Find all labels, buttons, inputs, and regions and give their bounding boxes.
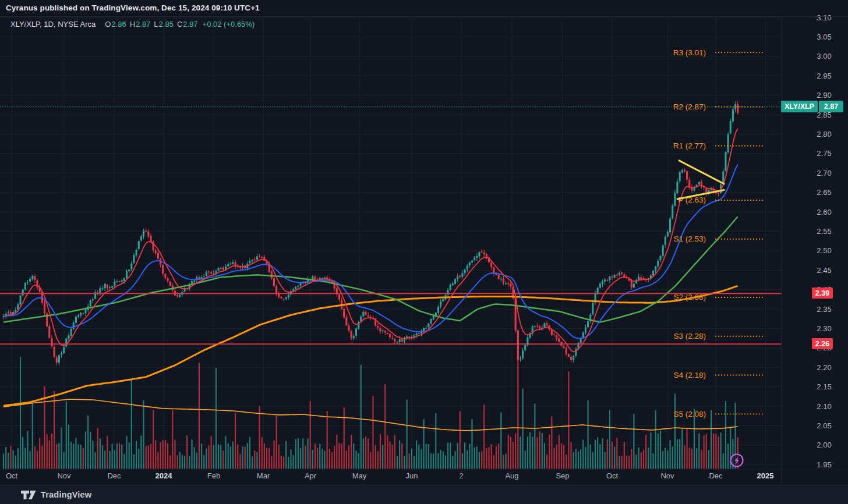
candle-body (377, 326, 379, 328)
candle-body (517, 330, 519, 360)
volume-bar (307, 439, 308, 469)
volume-bar (580, 449, 581, 469)
volume-bar (20, 357, 21, 469)
candle-body (486, 254, 487, 257)
volume-bar (102, 445, 103, 469)
volume-bar (460, 411, 461, 469)
volume-bar (167, 443, 168, 469)
volume-bar (708, 450, 709, 469)
volume-bar (498, 443, 499, 469)
candle-body (111, 286, 113, 288)
candle-body (520, 359, 521, 359)
volume-bar (515, 434, 516, 469)
volume-bar (590, 445, 591, 469)
volume-bar (674, 393, 676, 469)
candle-body (379, 328, 381, 332)
candle-body (452, 283, 454, 285)
candle-body (167, 278, 168, 281)
candle-body (483, 253, 485, 255)
volume-bar (300, 448, 301, 469)
price-tick-label: 2.55 (817, 227, 831, 236)
volume-bar (635, 455, 637, 469)
volume-bar (727, 443, 729, 469)
volume-bar (68, 425, 69, 469)
triangle-drawing[interactable] (677, 161, 724, 199)
price-tick-label: 2.65 (817, 188, 831, 197)
time-axis[interactable]: OctNovDec2024FebMarAprMayJun2AugSepOctNo… (0, 469, 848, 480)
volume-bar (37, 450, 38, 469)
volume-bar (73, 443, 74, 469)
time-tick-label: Aug (505, 471, 518, 480)
volume-bar (179, 452, 181, 469)
candle-body (229, 264, 231, 264)
volume-bar (123, 454, 125, 469)
volume-bar (645, 435, 646, 469)
candle-body (220, 268, 222, 268)
candle-body (130, 264, 132, 269)
volume-bar (295, 439, 296, 469)
volume-bar (109, 451, 110, 469)
volume-bar (483, 404, 485, 469)
volume-bar (143, 400, 144, 469)
volume-bar (305, 446, 306, 469)
volume-bar (162, 440, 164, 469)
time-tick-label: May (352, 471, 367, 480)
volume-bar (321, 449, 323, 469)
volume-bar (585, 447, 586, 469)
volume-bar (527, 436, 528, 469)
candle-body (730, 121, 732, 133)
candle-body (399, 339, 401, 342)
volume-bar (97, 428, 98, 469)
candle-body (51, 338, 52, 346)
candle-body (58, 355, 60, 363)
candle-body (116, 281, 118, 282)
volume-bar (262, 437, 263, 469)
volume-bar (140, 435, 142, 469)
volume-bar (570, 442, 571, 469)
flash-marker[interactable] (731, 455, 743, 467)
ma-200-line (3, 286, 738, 406)
candle-body (425, 328, 427, 328)
high-value: 2.87 (136, 20, 150, 29)
volume-bar (406, 399, 407, 469)
candle-body (469, 262, 471, 265)
volume-bar (435, 413, 436, 469)
low-value: 2.85 (159, 20, 174, 29)
candle-body (210, 272, 212, 274)
price-axis[interactable]: 3.103.053.002.952.902.852.802.752.702.65… (782, 13, 832, 485)
candle-body (22, 290, 24, 296)
volume-bar (249, 437, 250, 469)
volume-bar (290, 449, 291, 469)
current-price-symbol: XLY/XLP (781, 101, 818, 112)
volume-bar (513, 442, 514, 469)
volume-bar (539, 431, 540, 469)
volume-bar (228, 443, 229, 469)
volume-bar (363, 438, 364, 469)
price-chart[interactable]: R3 (3.01)R2 (2.87)R1 (2.77)P (2.63)S1 (2… (0, 0, 848, 504)
ma-mid-blue (3, 165, 738, 339)
volume-bar (505, 454, 506, 469)
candle-body (543, 323, 545, 327)
candle-body (54, 347, 55, 357)
volume-bar (256, 452, 257, 469)
open-value: 2.86 (111, 20, 126, 29)
candle-body (481, 251, 483, 252)
tradingview-logo[interactable]: TradingView (21, 490, 91, 499)
volume-bar (503, 455, 504, 469)
volume-bar (353, 443, 354, 469)
volume-bar (387, 435, 388, 469)
volume-bar (150, 444, 151, 469)
volume-bar (146, 446, 147, 469)
candle-body (606, 280, 608, 281)
volume-bar (457, 443, 458, 469)
volume-bar (315, 443, 316, 469)
volume-bar (641, 452, 642, 469)
candle-body (176, 295, 178, 297)
candle-body (109, 287, 111, 288)
candle-body (623, 274, 625, 276)
volume-bar (573, 452, 574, 469)
volume-bar (723, 453, 724, 469)
volume-bar (119, 443, 120, 469)
volume-bar (288, 457, 289, 469)
symbol-legend[interactable]: XLY/XLP, 1D, NYSE ArcaO2.86H2.87L2.85C2.… (10, 20, 255, 29)
